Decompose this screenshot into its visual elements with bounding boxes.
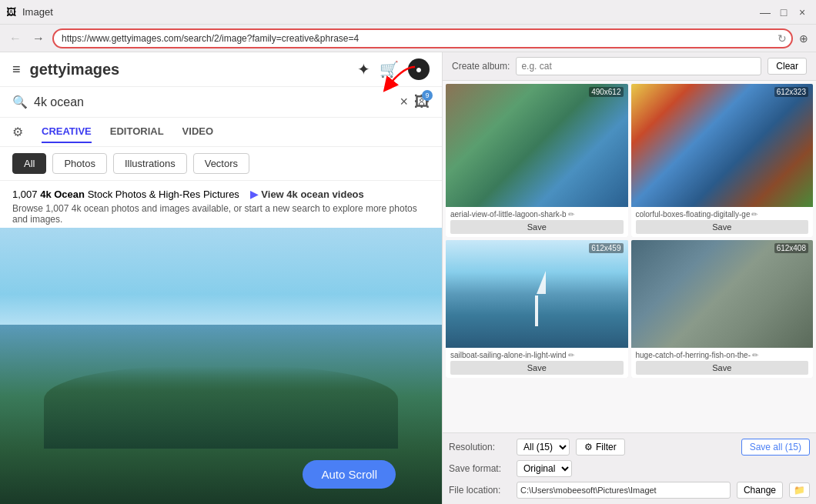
album-label: Create album: xyxy=(452,61,510,72)
hamburger-button[interactable]: ≡ xyxy=(12,62,21,78)
search-bar: 🔍 × 🖼 9 xyxy=(0,87,442,118)
bottom-controls: Resolution: All (15) ⚙ Filter Save all (… xyxy=(443,432,816,504)
image-thumbnail-sailboat xyxy=(446,240,628,348)
video-link[interactable]: ▶ View 4k ocean videos xyxy=(250,189,363,200)
image-thumbnail-colorful xyxy=(631,84,814,207)
image-dim-herring: 612x408 xyxy=(774,243,808,253)
getty-logo: gettyimages xyxy=(30,61,120,78)
video-icon: ▶ xyxy=(250,189,258,200)
tab-video[interactable]: VIDEO xyxy=(182,121,213,143)
resolution-label: Resolution: xyxy=(449,442,510,452)
clear-button[interactable]: Clear xyxy=(768,58,807,75)
search-icon: 🔍 xyxy=(12,95,28,109)
resolution-select[interactable]: All (15) xyxy=(517,439,570,456)
image-name-colorful: colorful-boxes-floating-digitally-ge ✏ xyxy=(636,210,809,219)
search-badge: 9 xyxy=(422,90,433,101)
category-bar: All Photos Illustrations Vectors xyxy=(0,147,442,181)
save-button-herring[interactable]: Save xyxy=(636,361,809,375)
logo-light: getty xyxy=(30,61,67,78)
tab-editorial[interactable]: EDITORIAL xyxy=(110,121,164,143)
file-location-input[interactable] xyxy=(517,482,731,499)
results-count-line: 1,007 4k Ocean Stock Photos & High-Res P… xyxy=(12,189,430,200)
resolution-row: Resolution: All (15) ⚙ Filter Save all (… xyxy=(449,436,810,458)
main-layout: ≡ gettyimages ✦ 🛒 ● 🔍 xyxy=(0,52,816,504)
filter-tabs: ⚙ CREATIVE EDITORIAL VIDEO xyxy=(0,118,442,147)
edit-icon: ✏ xyxy=(568,210,574,219)
header-actions: ✦ 🛒 ● xyxy=(357,58,430,80)
image-name-sailboat: sailboat-sailing-alone-in-light-wind ✏ xyxy=(450,351,624,359)
album-bar: Create album: Clear xyxy=(443,52,816,81)
search-clear-button[interactable]: × xyxy=(400,94,408,110)
location-label: File location: xyxy=(449,485,510,496)
image-row-2: 612x459 sailboat-sailing-alone-in-light-… xyxy=(446,240,813,378)
edit-icon-colorful: ✏ xyxy=(751,210,757,219)
filter-icon-button[interactable]: ⚙ xyxy=(12,125,23,139)
app-icon: 🖼 xyxy=(6,6,16,18)
address-bar[interactable] xyxy=(52,28,793,48)
album-input[interactable] xyxy=(516,57,761,75)
folder-button[interactable]: 📁 xyxy=(789,482,810,498)
image-search-button[interactable]: 🖼 9 xyxy=(414,93,430,111)
window-controls: — □ × xyxy=(757,5,810,20)
forward-button[interactable]: → xyxy=(29,30,48,47)
browser-bar: ← → ↻ ⊕ xyxy=(0,25,816,52)
save-all-button[interactable]: Save all (15) xyxy=(741,439,810,456)
image-dim-aerial: 490x612 xyxy=(589,87,623,97)
main-image-container: Auto Scroll xyxy=(0,228,442,504)
close-button[interactable]: × xyxy=(794,5,810,20)
format-label: Save format: xyxy=(449,463,510,474)
image-card-colorful[interactable]: 612x323 colorful-boxes-floating-digitall… xyxy=(631,84,814,237)
image-card-sailboat[interactable]: 612x459 sailboat-sailing-alone-in-light-… xyxy=(446,240,628,378)
image-info-colorful: colorful-boxes-floating-digitally-ge ✏ S… xyxy=(631,207,814,237)
cart-button[interactable]: 🛒 xyxy=(380,60,399,78)
cat-vectors-button[interactable]: Vectors xyxy=(193,153,249,174)
save-button-sailboat[interactable]: Save xyxy=(450,361,624,375)
right-panel: Create album: Clear 490x612 aerial-view-… xyxy=(443,52,816,504)
results-count: 1,007 4k Ocean Stock Photos & High-Res P… xyxy=(12,189,242,200)
image-name-herring: huge-catch-of-herring-fish-on-the- ✏ xyxy=(636,351,809,359)
logo-bold: images xyxy=(66,61,119,78)
search-input[interactable] xyxy=(34,95,393,109)
change-button[interactable]: Change xyxy=(737,482,783,499)
title-bar: 🖼 Imaget — □ × xyxy=(0,0,816,25)
save-button-aerial[interactable]: Save xyxy=(450,220,624,234)
sparkle-button[interactable]: ✦ xyxy=(357,60,370,78)
image-info-herring: huge-catch-of-herring-fish-on-the- ✏ Sav… xyxy=(631,348,814,378)
auto-scroll-button[interactable]: Auto Scroll xyxy=(303,460,396,489)
extension-button[interactable]: ⊕ xyxy=(798,31,810,46)
image-info-sailboat: sailboat-sailing-alone-in-light-wind ✏ S… xyxy=(446,348,628,378)
back-button[interactable]: ← xyxy=(6,30,25,47)
image-thumbnail-herring xyxy=(631,240,814,348)
cat-all-button[interactable]: All xyxy=(12,153,46,174)
getty-header: ≡ gettyimages ✦ 🛒 ● xyxy=(0,52,442,87)
save-button-colorful[interactable]: Save xyxy=(636,220,809,234)
results-info: 1,007 4k Ocean Stock Photos & High-Res P… xyxy=(0,181,442,228)
image-name-aerial: aerial-view-of-little-lagoon-shark-b ✏ xyxy=(450,210,624,219)
refresh-icon: ↻ xyxy=(778,32,787,45)
minimize-button[interactable]: — xyxy=(757,5,773,20)
edit-icon-herring: ✏ xyxy=(752,351,758,359)
filter-button[interactable]: ⚙ Filter xyxy=(576,439,625,456)
image-dim-sailboat: 612x459 xyxy=(589,243,623,253)
image-dim-colorful: 612x323 xyxy=(774,87,808,97)
image-card-herring[interactable]: 612x408 huge-catch-of-herring-fish-on-th… xyxy=(631,240,814,378)
edit-icon-sailboat: ✏ xyxy=(568,351,574,359)
image-grid: 490x612 aerial-view-of-little-lagoon-sha… xyxy=(443,81,816,432)
app-title: Imaget xyxy=(22,6,751,18)
results-description: Browse 1,007 4k ocean photos and images … xyxy=(12,203,430,225)
location-row: File location: Change 📁 xyxy=(449,479,810,501)
image-thumbnail-aerial xyxy=(446,84,628,207)
cat-photos-button[interactable]: Photos xyxy=(52,153,106,174)
tab-creative[interactable]: CREATIVE xyxy=(42,121,92,143)
maximize-button[interactable]: □ xyxy=(776,5,791,20)
format-row: Save format: Original xyxy=(449,458,810,479)
image-card-aerial[interactable]: 490x612 aerial-view-of-little-lagoon-sha… xyxy=(446,84,628,237)
image-info-aerial: aerial-view-of-little-lagoon-shark-b ✏ S… xyxy=(446,207,628,237)
left-panel: ≡ gettyimages ✦ 🛒 ● 🔍 xyxy=(0,52,443,504)
user-button[interactable]: ● xyxy=(408,58,430,80)
filter-icon: ⚙ xyxy=(584,442,593,452)
image-row-1: 490x612 aerial-view-of-little-lagoon-sha… xyxy=(446,84,813,237)
cat-illustrations-button[interactable]: Illustrations xyxy=(113,153,187,174)
format-select[interactable]: Original xyxy=(517,460,572,477)
address-bar-container: ↻ xyxy=(52,28,793,48)
